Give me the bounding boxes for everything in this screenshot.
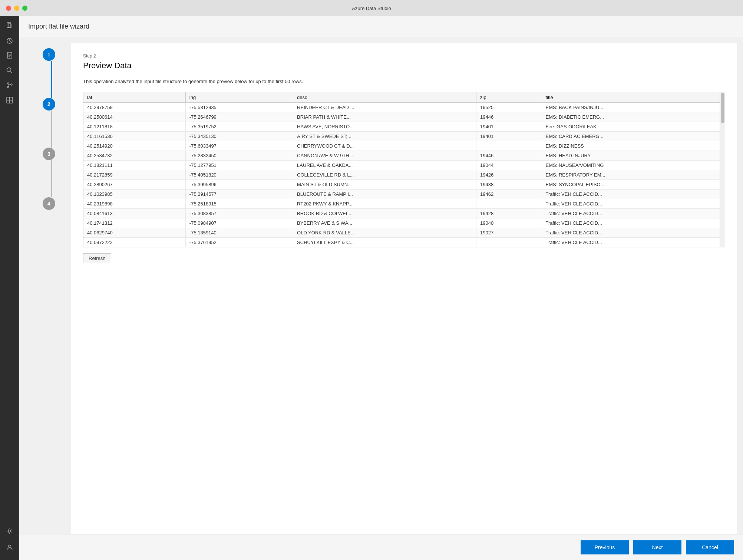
table-row: 40.1211818-75.3519752HAWS AVE; NORRISTO.… (83, 122, 725, 131)
table-cell: 40.0972222 (83, 237, 185, 247)
sidebar-icon-settings[interactable] (3, 524, 16, 538)
sidebar-icon-account[interactable] (3, 541, 16, 554)
content-area: Import flat file wizard 1 2 3 4 (19, 16, 743, 560)
table-cell: -75.1359140 (185, 228, 293, 237)
app-title: Azure Data Studio (352, 6, 391, 11)
svg-rect-14 (10, 97, 13, 100)
sidebar-icon-files[interactable] (3, 19, 16, 33)
table-row: 40.2172859-75.4051820COLLEGEVILLE RD & L… (83, 170, 725, 179)
table-row: 40.2534732-75.2832450CANNON AVE & W 9TH.… (83, 151, 725, 160)
table-cell: Traffic: VEHICLE ACCID... (542, 199, 725, 208)
table-cell: 19462 (476, 189, 542, 199)
svg-point-9 (7, 83, 9, 84)
table-cell: 19027 (476, 228, 542, 237)
table-cell (476, 237, 542, 247)
table-cell: BRIAR PATH & WHITE... (293, 112, 476, 122)
table-scrollbar[interactable] (720, 92, 725, 247)
table-scroll-thumb[interactable] (721, 93, 724, 123)
table-cell: 40.2534732 (83, 151, 185, 160)
table-cell: 40.1211818 (83, 122, 185, 131)
table-cell: -75.2646799 (185, 112, 293, 122)
step-heading: Preview Data (83, 61, 725, 70)
table-cell: 40.1741312 (83, 218, 185, 228)
table-cell: AIRY ST & SWEDE ST; ... (293, 131, 476, 141)
sidebar-icon-document[interactable] (3, 49, 16, 62)
table-cell: 19428 (476, 208, 542, 218)
table-cell: EMS: BACK PAINS/INJU... (542, 102, 725, 112)
table-row: 40.0841613-75.3083857BROOK RD & COLWEL..… (83, 208, 725, 218)
table-cell: -75.1277951 (185, 160, 293, 170)
sidebar (0, 16, 19, 560)
svg-rect-16 (10, 100, 13, 103)
col-header-desc: desc (293, 92, 476, 103)
svg-point-17 (9, 530, 11, 532)
minimize-button[interactable] (14, 6, 19, 11)
sidebar-icon-extensions[interactable] (3, 93, 16, 107)
table-cell: COLLEGEVILLE RD & L... (293, 170, 476, 179)
table-cell: 19401 (476, 122, 542, 131)
steps-panel: 1 2 3 4 (19, 37, 71, 534)
table-body: 40.2978759-75.5812935REINDEER CT & DEAD … (83, 102, 725, 247)
table-cell: EMS: NAUSEA/VOMITING (542, 160, 725, 170)
table-cell: Traffic: VEHICLE ACCID... (542, 237, 725, 247)
refresh-button[interactable]: Refresh (83, 253, 111, 263)
data-table: lat lng desc zip title 40.2978759-75.581… (83, 92, 725, 247)
col-header-lng: lng (185, 92, 293, 103)
table-cell: -75.2832450 (185, 151, 293, 160)
table-cell: EMS: SYNCOPAL EPISO... (542, 179, 725, 189)
table-cell: Traffic: VEHICLE ACCID... (542, 218, 725, 228)
table-cell: 40.2172859 (83, 170, 185, 179)
table-cell: EMS: HEAD INJURY (542, 151, 725, 160)
table-cell: Traffic: VEHICLE ACCID... (542, 208, 725, 218)
sidebar-icon-git[interactable] (3, 79, 16, 92)
step-circle-2: 2 (43, 98, 55, 111)
table-cell: -75.4051820 (185, 170, 293, 179)
svg-line-8 (11, 72, 13, 73)
table-cell: SCHUYLKILL EXPY & C... (293, 237, 476, 247)
close-button[interactable] (6, 6, 11, 11)
table-cell: 40.0841613 (83, 208, 185, 218)
table-cell: BROOK RD & COLWEL... (293, 208, 476, 218)
step-connector-1-2 (51, 61, 52, 98)
table-cell: -75.3519752 (185, 122, 293, 131)
sidebar-icon-history[interactable] (3, 34, 16, 47)
description-text: This operation analyzed the input file s… (83, 78, 725, 85)
previous-button[interactable]: Previous (581, 540, 629, 554)
next-button[interactable]: Next (633, 540, 681, 554)
step-label: Step 2 (83, 53, 725, 59)
step-item-2: 2 (43, 98, 55, 111)
window-controls[interactable] (6, 6, 27, 11)
step-circle-1: 1 (43, 48, 55, 61)
table-row: 40.1023985-75.2914577BLUEROUTE & RAMP I.… (83, 189, 725, 199)
table-row: 40.1821111-75.1277951LAUREL AVE & OAKDA.… (83, 160, 725, 170)
title-bar: Azure Data Studio (0, 0, 743, 16)
table-cell: 19401 (476, 131, 542, 141)
table-row: 40.2890267-75.3995896MAIN ST & OLD SUMN.… (83, 179, 725, 189)
table-cell: -75.2914577 (185, 189, 293, 199)
maximize-button[interactable] (22, 6, 27, 11)
svg-rect-13 (7, 100, 10, 103)
step-connector-2-3 (51, 111, 52, 148)
table-cell: EMS: DIZZINESS (542, 141, 725, 151)
step-connector-3-4 (51, 160, 52, 197)
table-cell: REINDEER CT & DEAD ... (293, 102, 476, 112)
cancel-button[interactable]: Cancel (686, 540, 734, 554)
sidebar-icon-search[interactable] (3, 64, 16, 77)
table-cell: -75.3761952 (185, 237, 293, 247)
table-header-row: lat lng desc zip title (83, 92, 725, 103)
wizard-body: 1 2 3 4 Step 2 Preview Data This o (19, 37, 743, 534)
table-cell: -75.3435130 (185, 131, 293, 141)
table-cell: 19438 (476, 179, 542, 189)
table-cell: RT202 PKWY & KNAPP... (293, 199, 476, 208)
table-cell: -75.6033497 (185, 141, 293, 151)
table-cell: CANNON AVE & W 9TH... (293, 151, 476, 160)
table-cell: 19446 (476, 151, 542, 160)
step-circle-3: 3 (43, 148, 55, 160)
svg-point-10 (7, 86, 9, 88)
table-cell: 19446 (476, 112, 542, 122)
table-cell: MAIN ST & OLD SUMN... (293, 179, 476, 189)
col-header-lat: lat (83, 92, 185, 103)
table-row: 40.1741312-75.0984907BYBERRY AVE & S WA.… (83, 218, 725, 228)
step-item-3: 3 (43, 148, 55, 160)
table-cell: OLD YORK RD & VALLE... (293, 228, 476, 237)
